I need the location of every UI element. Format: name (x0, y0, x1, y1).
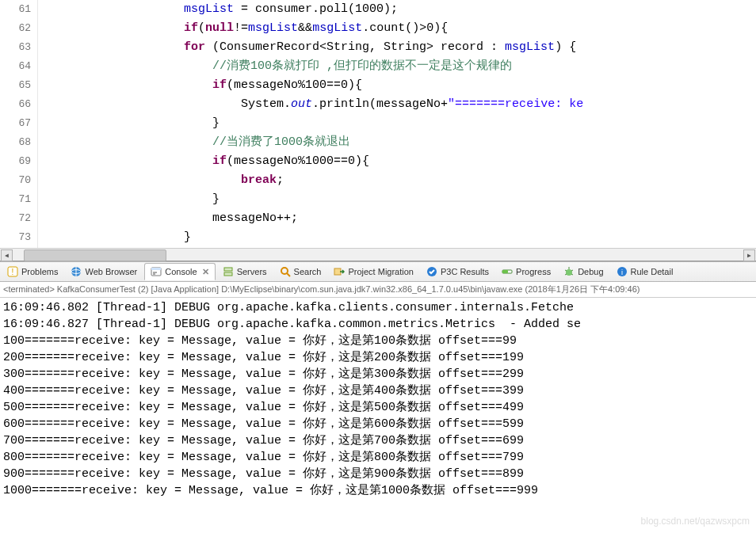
p3c-icon (426, 266, 437, 277)
tab-label: Search (294, 267, 322, 276)
svg-text:!: ! (12, 268, 14, 276)
tab-label: Problems (21, 267, 58, 276)
console-line: 100=======receive: key = Message, value … (3, 333, 753, 349)
tab-servers[interactable]: Servers (217, 264, 273, 280)
tab-label: Console (165, 267, 197, 276)
svg-rect-6 (151, 268, 161, 270)
console-line: 900=======receive: key = Message, value … (3, 466, 753, 482)
console-line: 400=======receive: key = Message, value … (3, 383, 753, 399)
console-line: 800=======receive: key = Message, value … (3, 449, 753, 466)
tab-search[interactable]: Search (274, 264, 327, 280)
console-line: 500=======receive: key = Message, value … (3, 399, 753, 416)
svg-rect-9 (224, 268, 232, 271)
problems-icon: ! (7, 266, 18, 277)
line-number: 62 (0, 19, 31, 38)
code-line[interactable]: messageNo++; (41, 209, 756, 228)
servers-icon (223, 266, 234, 277)
search-icon (280, 266, 291, 277)
svg-rect-10 (224, 272, 232, 276)
tab-label: Web Browser (85, 267, 137, 276)
console-line: 600=======receive: key = Message, value … (3, 416, 753, 432)
code-line[interactable]: } (41, 190, 756, 209)
line-number: 72 (0, 209, 31, 228)
code-line[interactable]: break; (41, 171, 756, 190)
tab-migration[interactable]: Project Migration (328, 264, 419, 280)
tab-problems[interactable]: !Problems (2, 264, 63, 280)
scroll-left-arrow-icon[interactable]: ◀ (1, 249, 13, 261)
line-number: 63 (0, 38, 31, 57)
svg-line-22 (571, 274, 573, 275)
svg-line-19 (565, 270, 567, 271)
line-number: 69 (0, 152, 31, 171)
rule-icon: i (617, 266, 628, 277)
tab-label: Project Migration (348, 267, 414, 276)
line-number: 70 (0, 171, 31, 190)
editor-horizontal-scrollbar[interactable]: ◀ ▶ (0, 248, 756, 261)
svg-line-21 (565, 274, 567, 275)
code-line[interactable]: if(null!=msgList&&msgList.count()>0){ (41, 19, 756, 38)
console-launch-descriptor: <terminated> KafkaConsumerTest (2) [Java… (0, 282, 756, 298)
code-line[interactable]: if(messageNo%100==0){ (41, 76, 756, 95)
progress-icon (502, 266, 513, 277)
code-line[interactable]: for (ConsumerRecord<String, String> reco… (41, 38, 756, 57)
code-line[interactable]: } (41, 228, 756, 247)
console-line: 700=======receive: key = Message, value … (3, 432, 753, 449)
tab-console[interactable]: Console✕ (144, 263, 215, 280)
views-tab-bar: !ProblemsWeb BrowserConsole✕ServersSearc… (0, 261, 756, 282)
line-number: 71 (0, 190, 31, 209)
svg-rect-13 (334, 268, 341, 275)
tab-label: Servers (237, 267, 267, 276)
tab-label: Debug (578, 267, 603, 276)
debug-icon (563, 266, 575, 277)
tab-label: Progress (516, 267, 551, 276)
svg-point-17 (566, 269, 572, 276)
tab-web[interactable]: Web Browser (65, 264, 143, 280)
console-line: 16:09:46.827 [Thread-1] DEBUG org.apache… (3, 316, 753, 333)
code-line[interactable]: //当消费了1000条就退出 (41, 133, 756, 152)
tab-label: Rule Detail (631, 267, 674, 276)
svg-point-11 (281, 268, 288, 274)
close-icon[interactable]: ✕ (202, 267, 209, 277)
tab-rule[interactable]: iRule Detail (611, 264, 679, 280)
line-number-gutter: 61626364656667686970717273 (0, 0, 38, 248)
console-line: 1000=======receive: key = Message, value… (3, 482, 753, 499)
line-number: 64 (0, 57, 31, 76)
svg-text:i: i (621, 268, 623, 276)
code-line[interactable]: //消费100条就打印 ,但打印的数据不一定是这个规律的 (41, 57, 756, 76)
tab-label: P3C Results (441, 267, 489, 276)
web-icon (71, 266, 82, 277)
code-line[interactable]: msgList = consumer.poll(1000); (41, 0, 756, 19)
svg-line-20 (571, 270, 573, 271)
line-number: 66 (0, 95, 31, 114)
tab-debug[interactable]: Debug (558, 264, 609, 280)
tab-p3c[interactable]: P3C Results (421, 264, 494, 280)
code-editor[interactable]: 61626364656667686970717273 msgList = con… (0, 0, 756, 248)
tab-progress[interactable]: Progress (496, 264, 556, 280)
migration-icon (334, 266, 345, 277)
line-number: 73 (0, 228, 31, 247)
scrollbar-thumb[interactable] (24, 249, 166, 261)
console-output[interactable]: 16:09:46.802 [Thread-1] DEBUG org.apache… (0, 298, 756, 533)
console-line: 300=======receive: key = Message, value … (3, 366, 753, 383)
code-line[interactable]: if(messageNo%1000==0){ (41, 152, 756, 171)
code-line[interactable]: } (41, 114, 756, 133)
scroll-right-arrow-icon[interactable]: ▶ (743, 249, 755, 261)
console-icon (151, 266, 162, 277)
code-content[interactable]: msgList = consumer.poll(1000); if(null!=… (38, 0, 756, 248)
svg-rect-16 (502, 270, 508, 273)
line-number: 61 (0, 0, 31, 19)
console-line: 200=======receive: key = Message, value … (3, 349, 753, 366)
line-number: 67 (0, 114, 31, 133)
svg-line-12 (287, 273, 290, 276)
console-line: 16:09:46.802 [Thread-1] DEBUG org.apache… (3, 299, 753, 316)
line-number: 65 (0, 76, 31, 95)
line-number: 68 (0, 133, 31, 152)
code-line[interactable]: System.out.println(messageNo+"=======rec… (41, 95, 756, 114)
